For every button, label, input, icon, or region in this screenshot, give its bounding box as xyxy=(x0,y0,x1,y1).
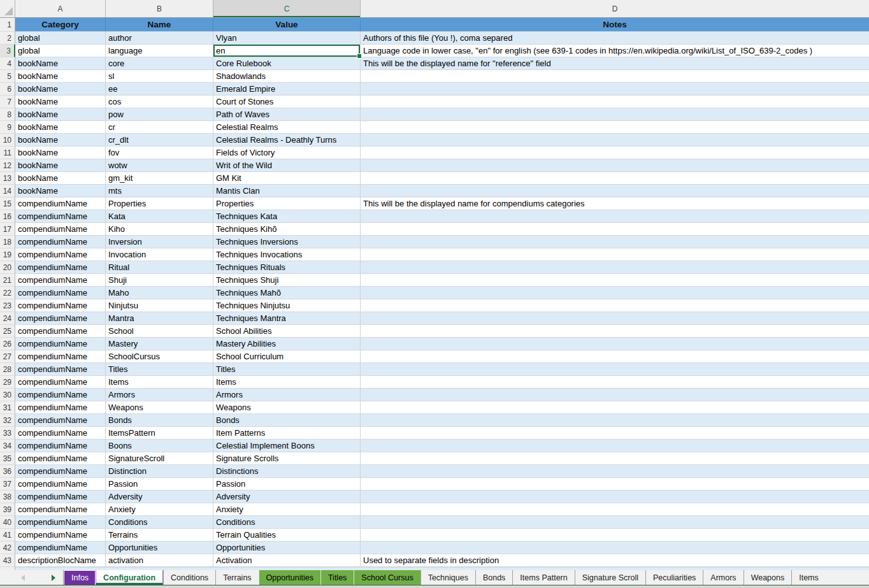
cell-category[interactable]: compendiumName xyxy=(15,452,106,465)
row-number[interactable]: 37 xyxy=(0,478,15,491)
row-number[interactable]: 29 xyxy=(0,376,15,389)
row-number[interactable]: 20 xyxy=(0,261,15,274)
cell-category[interactable]: compendiumName xyxy=(15,197,106,210)
cell-name[interactable]: mts xyxy=(106,185,213,197)
cell-notes[interactable] xyxy=(361,350,869,363)
cell-category[interactable]: compendiumName xyxy=(15,287,106,299)
cell-category[interactable]: bookName xyxy=(15,172,106,185)
cell-notes[interactable]: Authors of this file (You !), coma separ… xyxy=(361,32,869,45)
sheet-tab-armors[interactable]: Armors xyxy=(703,570,743,585)
cell-category[interactable]: compendiumName xyxy=(15,376,106,389)
cell-category[interactable]: bookName xyxy=(15,96,106,108)
cell-category[interactable]: bookName xyxy=(15,185,106,197)
row-number[interactable]: 31 xyxy=(0,401,15,414)
row-number[interactable]: 9 xyxy=(0,121,15,134)
cell-name[interactable]: Items xyxy=(106,376,213,389)
cell-name[interactable]: cos xyxy=(106,96,213,108)
cell-notes[interactable]: Language code in lower case, "en" for en… xyxy=(361,45,869,57)
cell-name[interactable]: SchoolCursus xyxy=(106,350,213,363)
cell-value[interactable]: Core Rulebook xyxy=(213,57,361,70)
row-number[interactable]: 42 xyxy=(0,541,15,554)
cell-value[interactable]: Opportunities xyxy=(213,541,361,554)
cell-notes[interactable] xyxy=(361,491,869,503)
cell-value[interactable]: Celestial Realms xyxy=(213,121,361,134)
cell-notes[interactable] xyxy=(361,376,869,389)
cell-name[interactable]: Opportunities xyxy=(106,541,213,554)
row-number[interactable]: 27 xyxy=(0,350,15,363)
cell-name[interactable]: Mantra xyxy=(106,312,213,325)
cell-name[interactable]: Ritual xyxy=(106,261,213,274)
header-cell-value[interactable]: Value xyxy=(213,18,361,32)
cell-notes[interactable] xyxy=(361,299,869,312)
sheet-tab-signature-scroll[interactable]: Signature Scroll xyxy=(575,570,645,585)
cell-category[interactable]: bookName xyxy=(15,121,106,134)
row-number[interactable]: 6 xyxy=(0,83,15,96)
cell-value[interactable]: Path of Waves xyxy=(213,108,361,121)
cell-notes[interactable] xyxy=(361,223,869,236)
cell-category[interactable]: compendiumName xyxy=(15,363,106,376)
cell-notes[interactable] xyxy=(361,159,869,172)
cell-value[interactable]: Adversity xyxy=(213,491,361,503)
cell-category[interactable]: compendiumName xyxy=(15,210,106,223)
row-number[interactable]: 43 xyxy=(0,554,15,567)
cell-notes[interactable]: This will be the displayed name for "ref… xyxy=(361,57,869,70)
cell-name[interactable]: Kiho xyxy=(106,223,213,236)
cell-name[interactable]: Adversity xyxy=(106,491,213,503)
cell-notes[interactable] xyxy=(361,503,869,516)
header-cell-name[interactable]: Name xyxy=(106,18,213,32)
cell-notes[interactable] xyxy=(361,427,869,440)
cell-value[interactable]: Bonds xyxy=(213,414,361,427)
cell-notes[interactable] xyxy=(361,185,869,197)
fill-handle[interactable] xyxy=(357,54,362,59)
sheet-tab-infos[interactable]: Infos xyxy=(64,570,96,585)
cell-category[interactable]: compendiumName xyxy=(15,503,106,516)
cell-name[interactable]: fov xyxy=(106,147,213,159)
cell-notes[interactable] xyxy=(361,389,869,401)
cell-category[interactable]: compendiumName xyxy=(15,465,106,478)
sheet-tab-titles[interactable]: Titles xyxy=(320,570,354,585)
cell-name[interactable]: SignatureScroll xyxy=(106,452,213,465)
cell-category[interactable]: compendiumName xyxy=(15,491,106,503)
cell-value[interactable]: Techniques Shuji xyxy=(213,274,361,287)
cell-value[interactable]: Item Patterns xyxy=(213,427,361,440)
row-number[interactable]: 11 xyxy=(0,147,15,159)
row-number[interactable]: 28 xyxy=(0,363,15,376)
cell-value[interactable]: GM Kit xyxy=(213,172,361,185)
cell-notes[interactable] xyxy=(361,440,869,452)
sheet-tab-items[interactable]: Items xyxy=(791,570,826,585)
cell-category[interactable]: descriptionBlocName xyxy=(15,554,106,567)
cell-name[interactable]: Passion xyxy=(106,478,213,491)
cell-value[interactable]: Vlyan xyxy=(213,32,361,45)
cell-value[interactable]: Celestial Realms - Deathly Turns xyxy=(213,134,361,147)
cell-category[interactable]: compendiumName xyxy=(15,299,106,312)
row-number[interactable]: 10 xyxy=(0,134,15,147)
cell-name[interactable]: Invocation xyxy=(106,248,213,261)
cell-notes[interactable] xyxy=(361,96,869,108)
cell-notes[interactable] xyxy=(361,274,869,287)
cell-name[interactable]: pow xyxy=(106,108,213,121)
cell-name[interactable]: sl xyxy=(106,70,213,83)
row-number[interactable]: 8 xyxy=(0,108,15,121)
cell-name[interactable]: Boons xyxy=(106,440,213,452)
cell-notes[interactable] xyxy=(361,363,869,376)
sheet-tab-terrains[interactable]: Terrains xyxy=(215,570,258,585)
cell-name[interactable]: Properties xyxy=(106,197,213,210)
cell-value[interactable]: Techniques Inversions xyxy=(213,236,361,248)
cell-value[interactable]: Mantis Clan xyxy=(213,185,361,197)
row-number[interactable]: 30 xyxy=(0,389,15,401)
cell-name[interactable]: ItemsPattern xyxy=(106,427,213,440)
cell-name[interactable]: Ninjutsu xyxy=(106,299,213,312)
row-number[interactable]: 36 xyxy=(0,465,15,478)
cell-name[interactable]: cr_dlt xyxy=(106,134,213,147)
cell-value[interactable]: Writ of the Wild xyxy=(213,159,361,172)
cell-value[interactable]: Distinctions xyxy=(213,465,361,478)
cell-category[interactable]: compendiumName xyxy=(15,261,106,274)
row-number[interactable]: 38 xyxy=(0,491,15,503)
cell-category[interactable]: bookName xyxy=(15,57,106,70)
sheet-tab-bonds[interactable]: Bonds xyxy=(475,570,512,585)
cell-category[interactable]: global xyxy=(15,45,106,57)
cell-category[interactable]: compendiumName xyxy=(15,389,106,401)
cell-value[interactable]: Techniques Rituals xyxy=(213,261,361,274)
cell-category[interactable]: bookName xyxy=(15,147,106,159)
sheet-tab-opportunities[interactable]: Opportunities xyxy=(259,570,320,585)
